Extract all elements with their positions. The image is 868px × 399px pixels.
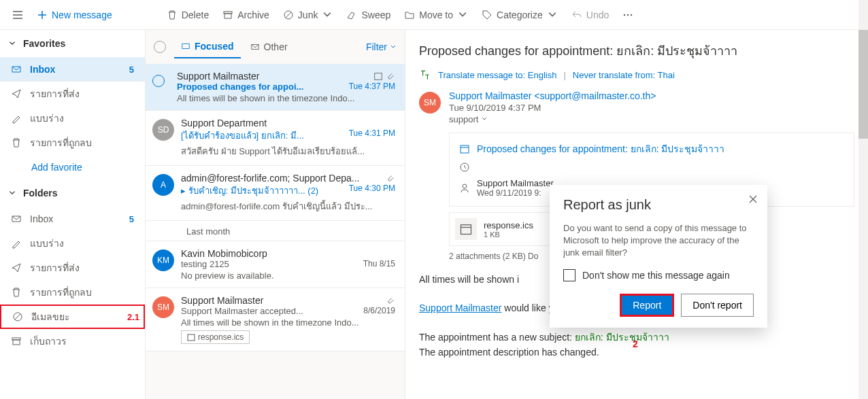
plus-icon	[37, 10, 48, 20]
archive-button[interactable]: Archive	[216, 4, 276, 26]
date: Tue 4:30 PM	[349, 184, 395, 198]
calendar-icon	[373, 71, 383, 81]
card-date: Wed 9/11/2019 9:	[477, 188, 554, 198]
add-favorite-link[interactable]: Add favorite	[0, 155, 145, 179]
checkbox-box[interactable]	[563, 269, 575, 281]
subject: testing 2125	[181, 259, 358, 269]
annotation-2-1: 2.1	[127, 312, 139, 322]
folder-drafts[interactable]: แบบร่าง	[0, 231, 145, 256]
delete-button[interactable]: Delete	[160, 4, 216, 26]
more-button[interactable]	[616, 4, 640, 26]
sweep-icon	[346, 10, 357, 20]
message-item[interactable]: Support Mailmaster Proposed changes for …	[146, 64, 405, 111]
dialog-buttons: Report Don't report	[563, 294, 754, 317]
close-icon	[748, 194, 758, 204]
clock-icon	[459, 162, 470, 173]
trash-icon	[167, 10, 178, 20]
new-message-button[interactable]: New message	[30, 4, 119, 26]
message-item[interactable]: KM Kavin Mobimobicorp testing 2125Thu 8/…	[146, 241, 405, 288]
dont-report-button[interactable]: Don't report	[681, 294, 754, 317]
chevron-down-icon	[457, 10, 468, 20]
attachment-icon	[386, 296, 395, 305]
attachment-chip[interactable]: response.ics	[181, 330, 250, 344]
nav-deleted[interactable]: รายการที่ถูกลบ	[0, 131, 145, 155]
never-translate-link[interactable]: Never translate from: Thai	[573, 70, 675, 80]
file-icon	[455, 218, 477, 240]
menu-button[interactable]	[5, 4, 30, 26]
recipient[interactable]: support	[449, 114, 656, 124]
folder-deleted[interactable]: รายการที่ถูกลบ	[0, 280, 145, 305]
inbox-icon	[11, 213, 22, 224]
nav-sent[interactable]: รายการที่ส่ง	[0, 82, 145, 106]
new-subject: ยกเลิก: มีประชุมจ้าาาา	[575, 332, 669, 343]
folder-junk[interactable]: อีเมลขยะ2.1	[0, 305, 145, 329]
person-icon	[459, 183, 470, 194]
select-icon[interactable]	[152, 75, 165, 87]
tab-focused[interactable]: Focused	[174, 35, 241, 58]
junk-button[interactable]: Junk	[276, 4, 340, 26]
chevron-down-icon	[390, 44, 397, 50]
mail-icon	[250, 42, 260, 52]
edit-icon	[11, 113, 22, 124]
attachment-size: 1 KB	[484, 230, 533, 239]
report-button[interactable]: Report	[622, 296, 672, 315]
archive-icon	[222, 10, 233, 20]
folder-inbox[interactable]: Inbox5	[0, 207, 145, 231]
annotation-box: Report	[620, 294, 674, 317]
favorites-section[interactable]: Favorites	[0, 30, 145, 57]
folder-archive[interactable]: เก็บถาวร	[0, 329, 145, 353]
appointment-title[interactable]: Proposed changes for appointment: ยกเลิก…	[477, 141, 724, 156]
nav-drafts[interactable]: แบบร่าง	[0, 106, 145, 131]
preview: All times will be shown in the timezone …	[177, 93, 395, 103]
subject: [ได้รับคำร้องขอแล้ว] ยกเลิก: มี...	[181, 128, 344, 143]
list-tabs: Focused Other Filter	[146, 30, 405, 64]
translate-bar: Translate message to: English | Never tr…	[419, 69, 854, 81]
edit-icon	[11, 238, 22, 249]
nav-inbox[interactable]: Inbox5	[0, 57, 145, 82]
folder-move-icon	[404, 10, 415, 20]
categorize-button[interactable]: Categorize	[475, 4, 565, 26]
sender: Kavin Mobimobicorp	[181, 248, 395, 259]
date: Tue 4:37 PM	[349, 82, 395, 92]
message-item[interactable]: SD Support Department [ได้รับคำร้องขอแล้…	[146, 111, 405, 166]
folder-sent[interactable]: รายการที่ส่ง	[0, 256, 145, 280]
avatar: A	[152, 174, 174, 196]
svg-rect-1	[224, 14, 231, 18]
move-to-button[interactable]: Move to	[397, 4, 475, 26]
subject: ▸ รับคำเชิญ: มีประชุมจ้าาาาาา... (2)	[181, 184, 344, 198]
subject: Support Mailmaster accepted...	[181, 306, 358, 316]
sender: admin@forest-forlife.com; Support Depa..…	[181, 173, 383, 184]
dialog-title: Report as junk	[563, 197, 754, 213]
message-date: Tue 9/10/2019 4:37 PM	[449, 103, 656, 113]
scrollbar[interactable]	[858, 0, 868, 399]
date: 8/6/2019	[363, 306, 395, 316]
sent-icon	[11, 262, 22, 273]
sweep-button[interactable]: Sweep	[339, 4, 397, 26]
filter-button[interactable]: Filter	[366, 41, 397, 52]
from-address[interactable]: Support Mailmaster <support@mailmaster.c…	[449, 90, 656, 101]
scrollbar-thumb[interactable]	[858, 30, 868, 139]
date: Thu 8/15	[363, 259, 395, 269]
avatar: KM	[152, 249, 174, 271]
message-item[interactable]: A admin@forest-forlife.com; Support Depa…	[146, 166, 405, 221]
trash-icon	[11, 287, 22, 298]
undo-icon	[571, 10, 582, 20]
undo-button[interactable]: Undo	[565, 4, 616, 26]
folders-section[interactable]: Folders	[0, 179, 145, 207]
dont-show-checkbox[interactable]: Don't show me this message again	[563, 269, 754, 281]
message-item[interactable]: SM Support Mailmaster Support Mailmaster…	[146, 288, 405, 351]
select-all-icon[interactable]	[154, 41, 166, 53]
inbox-icon	[11, 64, 22, 75]
tab-other[interactable]: Other	[244, 36, 295, 58]
svg-rect-10	[188, 334, 195, 341]
svg-point-5	[631, 14, 632, 15]
svg-point-13	[463, 184, 467, 188]
ellipsis-icon	[622, 10, 633, 20]
date: Tue 4:31 PM	[349, 128, 395, 143]
sender-link[interactable]: Support Mailmaster	[419, 302, 501, 313]
sender: Support Department	[181, 118, 395, 128]
svg-point-3	[624, 14, 625, 15]
command-toolbar: New message Delete Archive Junk Sweep Mo…	[0, 0, 868, 30]
close-button[interactable]	[748, 194, 758, 207]
translate-link[interactable]: Translate message to: English	[438, 70, 556, 80]
